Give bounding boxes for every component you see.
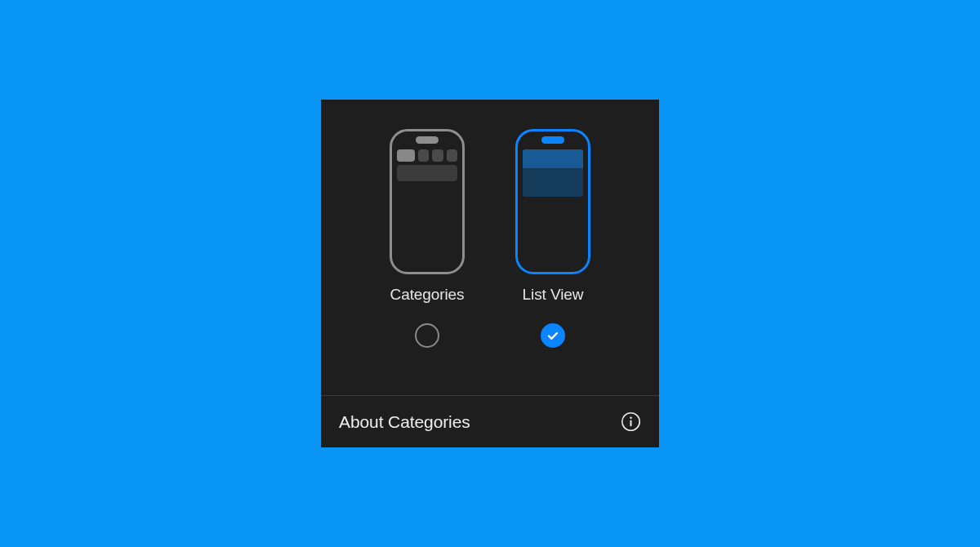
svg-point-1 [630,416,632,419]
list-view-preview [515,129,590,274]
phone-notch-icon [541,136,564,144]
option-list-view[interactable]: List View [515,129,590,395]
about-categories-row[interactable]: About Categories [321,395,659,447]
svg-rect-2 [630,420,631,427]
phone-notch-icon [416,136,439,144]
radio-list-view[interactable] [541,323,565,348]
option-categories-label: Categories [390,286,465,304]
list-view-preview-content [523,149,583,197]
view-options-group: Categories List View [321,100,659,395]
categories-preview-content [397,149,457,181]
checkmark-icon [546,329,559,342]
radio-categories[interactable] [415,323,439,348]
settings-panel: Categories List View About Categories [321,100,659,447]
info-icon [621,411,641,432]
about-categories-label: About Categories [339,412,470,432]
option-list-view-label: List View [523,286,584,304]
option-categories[interactable]: Categories [390,129,465,395]
categories-preview [390,129,465,274]
